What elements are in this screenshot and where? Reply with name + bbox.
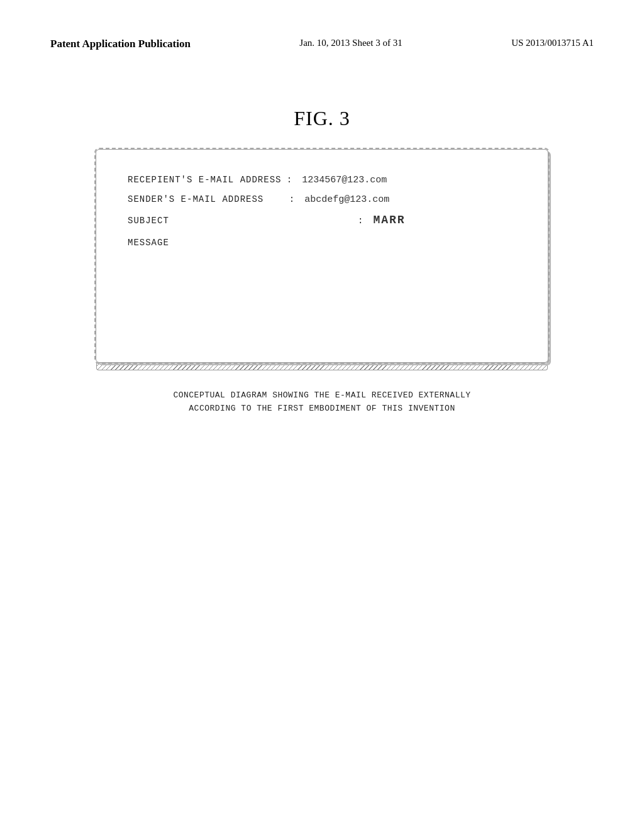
sender-separator: : [279,194,294,204]
publication-title: Patent Application Publication [50,38,191,50]
recipient-field: RECEPIENT'S E-MAIL ADDRESS : 1234567@123… [128,175,516,185]
sender-label: SENDER'S E-MAIL ADDRESS [128,194,279,204]
recipient-label: RECEPIENT'S E-MAIL ADDRESS [128,175,281,185]
publication-number: US 2013/0013715 A1 [511,38,594,48]
subject-field: SUBJECT : MARR [128,214,516,226]
sender-field: SENDER'S E-MAIL ADDRESS : abcdefg@123.co… [128,194,516,205]
caption-line2: ACCORDING TO THE FIRST EMBODIMENT OF THI… [50,402,594,416]
email-box-bottom-hatch [96,363,548,370]
page-header: Patent Application Publication Jan. 10, … [50,38,594,57]
subject-label: SUBJECT [128,216,279,226]
subject-separator: : [279,216,363,226]
sender-value: abcdefg@123.com [304,194,389,205]
subject-value: MARR [373,214,405,226]
recipient-separator: : [281,175,292,185]
publication-date-sheet: Jan. 10, 2013 Sheet 3 of 31 [299,38,402,48]
recipient-value: 1234567@123.com [302,175,387,185]
message-label: MESSAGE [128,238,169,248]
figure-caption: CONCEPTUAL DIAGRAM SHOWING THE E-MAIL RE… [50,389,594,416]
email-diagram-container: RECEPIENT'S E-MAIL ADDRESS : 1234567@123… [50,149,594,370]
caption-line1: CONCEPTUAL DIAGRAM SHOWING THE E-MAIL RE… [50,389,594,402]
message-field: MESSAGE [128,235,516,248]
email-box: RECEPIENT'S E-MAIL ADDRESS : 1234567@123… [96,149,548,363]
page: Patent Application Publication Jan. 10, … [0,0,644,830]
figure-title: FIG. 3 [50,107,594,130]
